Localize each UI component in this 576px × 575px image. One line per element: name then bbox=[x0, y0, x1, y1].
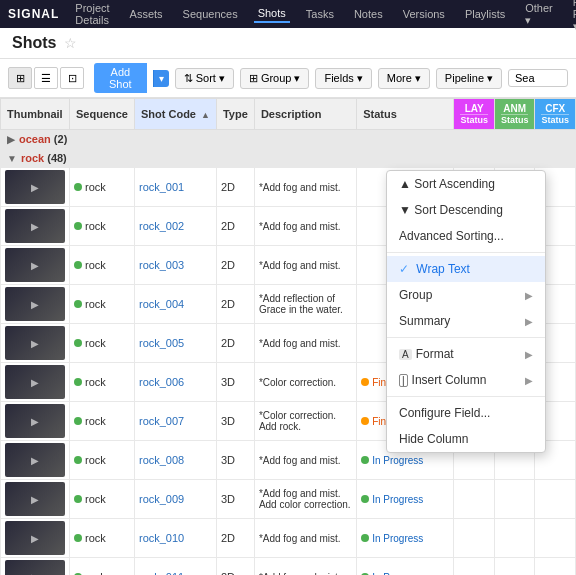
format-item[interactable]: A Format ▶ bbox=[387, 341, 545, 367]
cell-shot-code[interactable]: rock_005 bbox=[134, 324, 216, 363]
table-row[interactable]: ▶rockrock_0102D*Add fog and mist.In Prog… bbox=[1, 519, 576, 558]
cell-shot-code[interactable]: rock_009 bbox=[134, 480, 216, 519]
detail-view-button[interactable]: ⊡ bbox=[60, 67, 84, 89]
cell-anm bbox=[494, 558, 535, 576]
sort-ascending-item[interactable]: ▲ Sort Ascending bbox=[387, 171, 545, 197]
group-dropdown-icon: ▾ bbox=[294, 72, 300, 85]
cell-description: *Add fog and mist. bbox=[254, 246, 356, 285]
nav-project-details[interactable]: Project Details bbox=[71, 0, 113, 28]
status-dot bbox=[361, 495, 369, 503]
cell-description: *Add fog and mist. bbox=[254, 558, 356, 576]
cell-shot-code[interactable]: rock_006 bbox=[134, 363, 216, 402]
status-dot bbox=[74, 339, 82, 347]
cell-description: *Add fog and mist. bbox=[254, 324, 356, 363]
menu-divider-1 bbox=[387, 252, 545, 253]
nav-sequences[interactable]: Sequences bbox=[179, 6, 242, 22]
app-logo: SIGNAL bbox=[8, 7, 59, 21]
nav-shots[interactable]: Shots bbox=[254, 5, 290, 23]
configure-field-item[interactable]: Configure Field... bbox=[387, 400, 545, 426]
play-icon: ▶ bbox=[31, 338, 39, 349]
status-badge: In Progress bbox=[361, 494, 423, 505]
cell-sequence: rock bbox=[70, 519, 135, 558]
summary-item[interactable]: Summary ▶ bbox=[387, 308, 545, 334]
group-count-label: (48) bbox=[47, 152, 67, 164]
status-dot bbox=[74, 456, 82, 464]
cell-thumbnail: ▶ bbox=[1, 207, 70, 246]
hide-column-item[interactable]: Hide Column bbox=[387, 426, 545, 452]
nav-notes[interactable]: Notes bbox=[350, 6, 387, 22]
th-type: Type bbox=[216, 99, 254, 130]
status-dot bbox=[74, 261, 82, 269]
status-dot bbox=[74, 378, 82, 386]
page-title: Shots bbox=[12, 34, 56, 52]
advanced-sorting-item[interactable]: Advanced Sorting... bbox=[387, 223, 545, 249]
cell-lay bbox=[454, 519, 495, 558]
table-container[interactable]: Thumbnail Sequence Shot Code ▲ Type Desc… bbox=[0, 98, 576, 575]
thumbnail-image: ▶ bbox=[5, 209, 65, 243]
sort-descending-item[interactable]: ▼ Sort Descending bbox=[387, 197, 545, 223]
th-sequence: Sequence bbox=[70, 99, 135, 130]
th-status: Status bbox=[357, 99, 454, 130]
page-header: Shots ☆ bbox=[0, 28, 576, 59]
cell-shot-code[interactable]: rock_002 bbox=[134, 207, 216, 246]
insert-column-submenu-arrow: ▶ bbox=[525, 375, 533, 386]
pipeline-button[interactable]: Pipeline ▾ bbox=[436, 68, 502, 89]
more-button[interactable]: More ▾ bbox=[378, 68, 430, 89]
grid-view-button[interactable]: ⊞ bbox=[8, 67, 32, 89]
group-header-row[interactable]: ▼rock (48) bbox=[1, 149, 576, 168]
cell-shot-code[interactable]: rock_007 bbox=[134, 402, 216, 441]
cell-sequence: rock bbox=[70, 168, 135, 207]
cell-thumbnail: ▶ bbox=[1, 285, 70, 324]
nav-playlists[interactable]: Playlists bbox=[461, 6, 509, 22]
group-button[interactable]: ⊞ Group ▾ bbox=[240, 68, 310, 89]
nav-assets[interactable]: Assets bbox=[126, 6, 167, 22]
wrap-text-item[interactable]: ✓ Wrap Text bbox=[387, 256, 545, 282]
cell-shot-code[interactable]: rock_004 bbox=[134, 285, 216, 324]
nav-versions[interactable]: Versions bbox=[399, 6, 449, 22]
table-row[interactable]: ▶rockrock_0093D*Add fog and mist. Add co… bbox=[1, 480, 576, 519]
play-icon: ▶ bbox=[31, 221, 39, 232]
list-view-button[interactable]: ☰ bbox=[34, 67, 58, 89]
th-shot-code[interactable]: Shot Code ▲ bbox=[134, 99, 216, 130]
status-badge: In Progress bbox=[361, 455, 423, 466]
insert-column-item[interactable]: | Insert Column ▶ bbox=[387, 367, 545, 393]
thumbnail-image: ▶ bbox=[5, 443, 65, 477]
thumbnail-image: ▶ bbox=[5, 521, 65, 555]
cell-shot-code[interactable]: rock_003 bbox=[134, 246, 216, 285]
add-shot-button[interactable]: Add Shot bbox=[94, 63, 147, 93]
group-name-label: ocean bbox=[19, 133, 51, 145]
sort-icon: ⇅ bbox=[184, 72, 193, 85]
sort-asc-icon: ▲ bbox=[201, 110, 210, 120]
cell-description: *Color correction. bbox=[254, 363, 356, 402]
nav-other[interactable]: Other ▾ bbox=[521, 0, 557, 29]
search-input[interactable] bbox=[508, 69, 568, 87]
status-dot bbox=[74, 534, 82, 542]
cell-description: *Add fog and mist. bbox=[254, 519, 356, 558]
cell-shot-code[interactable]: rock_001 bbox=[134, 168, 216, 207]
th-thumbnail: Thumbnail bbox=[1, 99, 70, 130]
nav-project-pages[interactable]: Project Pages ▾ bbox=[569, 0, 576, 35]
nav-tasks[interactable]: Tasks bbox=[302, 6, 338, 22]
cell-shot-code[interactable]: rock_010 bbox=[134, 519, 216, 558]
group-item[interactable]: Group ▶ bbox=[387, 282, 545, 308]
cell-shot-code[interactable]: rock_008 bbox=[134, 441, 216, 480]
group-expand-arrow[interactable]: ▶ bbox=[7, 134, 15, 145]
sort-button[interactable]: ⇅ Sort ▾ bbox=[175, 68, 234, 89]
add-shot-dropdown[interactable]: ▾ bbox=[153, 70, 169, 87]
group-icon: ⊞ bbox=[249, 72, 258, 85]
cell-sequence: rock bbox=[70, 558, 135, 576]
th-anm: ANM Status bbox=[494, 99, 535, 130]
cell-shot-code[interactable]: rock_011 bbox=[134, 558, 216, 576]
play-icon: ▶ bbox=[31, 182, 39, 193]
star-icon[interactable]: ☆ bbox=[64, 35, 77, 51]
group-expand-arrow[interactable]: ▼ bbox=[7, 153, 17, 164]
play-icon: ▶ bbox=[31, 494, 39, 505]
cell-lay bbox=[454, 480, 495, 519]
cell-type: 2D bbox=[216, 558, 254, 576]
fields-button[interactable]: Fields ▾ bbox=[315, 68, 371, 89]
table-row[interactable]: ▶rockrock_0112D*Add fog and mist.In Prog… bbox=[1, 558, 576, 576]
play-icon: ▶ bbox=[31, 299, 39, 310]
th-description: Description bbox=[254, 99, 356, 130]
cell-thumbnail: ▶ bbox=[1, 519, 70, 558]
group-header-row[interactable]: ▶ocean (2) bbox=[1, 130, 576, 149]
